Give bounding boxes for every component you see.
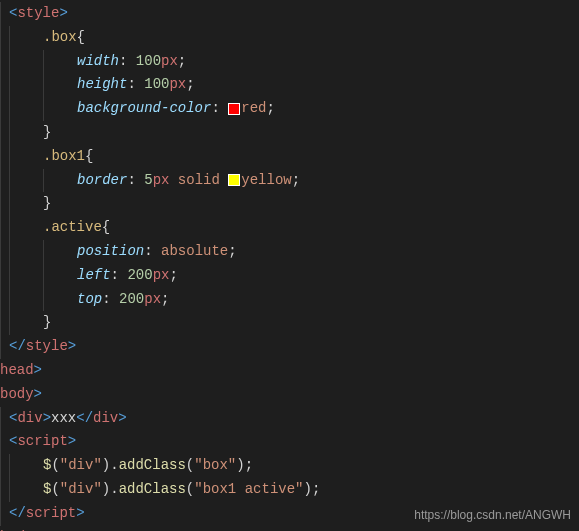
css-property: width bbox=[77, 50, 119, 74]
semicolon: ; bbox=[186, 73, 194, 97]
paren: ( bbox=[51, 454, 59, 478]
code-line[interactable]: .box1{ bbox=[0, 145, 579, 169]
angle-bracket: </ bbox=[9, 502, 26, 526]
angle-bracket: > bbox=[76, 502, 84, 526]
css-unit: px bbox=[153, 264, 170, 288]
semicolon: ; bbox=[312, 478, 320, 502]
string: "box1 active" bbox=[194, 478, 303, 502]
css-property: background-color bbox=[77, 97, 211, 121]
watermark-text: https://blog.csdn.net/ANGWH bbox=[414, 505, 571, 525]
code-line[interactable]: height: 100px; bbox=[0, 73, 579, 97]
css-property: position bbox=[77, 240, 144, 264]
tag-script: script bbox=[26, 502, 76, 526]
code-line[interactable]: <script> bbox=[0, 430, 579, 454]
paren: ( bbox=[51, 478, 59, 502]
css-selector: .box bbox=[43, 26, 77, 50]
code-editor-pane[interactable]: <style> .box{ width: 100px; height: 100p… bbox=[0, 2, 579, 531]
css-number: 100 bbox=[144, 73, 169, 97]
colon: : bbox=[102, 288, 110, 312]
css-unit: px bbox=[153, 169, 170, 193]
colon: : bbox=[211, 97, 219, 121]
code-line[interactable]: position: absolute; bbox=[0, 240, 579, 264]
semicolon: ; bbox=[292, 169, 300, 193]
code-line[interactable]: <div>xxx</div> bbox=[0, 407, 579, 431]
css-number: 200 bbox=[127, 264, 152, 288]
code-line[interactable]: } bbox=[0, 192, 579, 216]
code-line[interactable]: } bbox=[0, 121, 579, 145]
brace: { bbox=[102, 216, 110, 240]
code-line[interactable]: left: 200px; bbox=[0, 264, 579, 288]
paren: ) bbox=[102, 454, 110, 478]
code-line[interactable]: $("div").addClass("box1 active"); bbox=[0, 478, 579, 502]
semicolon: ; bbox=[266, 97, 274, 121]
code-line[interactable]: } bbox=[0, 311, 579, 335]
angle-bracket: > bbox=[59, 2, 67, 26]
code-line[interactable]: width: 100px; bbox=[0, 50, 579, 74]
dot: . bbox=[110, 478, 118, 502]
colon: : bbox=[127, 73, 135, 97]
tag-style: style bbox=[17, 2, 59, 26]
angle-bracket: > bbox=[43, 407, 51, 431]
colon: : bbox=[119, 50, 127, 74]
angle-bracket: > bbox=[118, 407, 126, 431]
angle-bracket: > bbox=[68, 335, 76, 359]
css-unit: px bbox=[169, 73, 186, 97]
tag-body: body bbox=[0, 526, 34, 531]
colon: : bbox=[144, 240, 152, 264]
paren: ) bbox=[303, 478, 311, 502]
code-line[interactable]: head> bbox=[0, 359, 579, 383]
color-swatch-icon bbox=[228, 103, 240, 115]
dot: . bbox=[110, 454, 118, 478]
semicolon: ; bbox=[228, 240, 236, 264]
tag-div: div bbox=[93, 407, 118, 431]
css-unit: px bbox=[144, 288, 161, 312]
css-value: solid bbox=[178, 169, 220, 193]
css-value: red bbox=[241, 97, 266, 121]
brace: { bbox=[77, 26, 85, 50]
tag-script: script bbox=[17, 430, 67, 454]
css-number: 5 bbox=[144, 169, 152, 193]
angle-bracket: > bbox=[34, 383, 42, 407]
tag-body: body bbox=[0, 383, 34, 407]
semicolon: ; bbox=[161, 288, 169, 312]
code-line[interactable]: .box{ bbox=[0, 26, 579, 50]
code-line[interactable]: body> bbox=[0, 526, 579, 531]
code-line[interactable]: <style> bbox=[0, 2, 579, 26]
tag-style: style bbox=[26, 335, 68, 359]
code-line[interactable]: $("div").addClass("box"); bbox=[0, 454, 579, 478]
angle-bracket: > bbox=[34, 359, 42, 383]
code-line[interactable]: </style> bbox=[0, 335, 579, 359]
angle-bracket: > bbox=[68, 430, 76, 454]
colon: : bbox=[111, 264, 119, 288]
div-text: xxx bbox=[51, 407, 76, 431]
paren: ) bbox=[236, 454, 244, 478]
paren: ( bbox=[186, 454, 194, 478]
string: "div" bbox=[60, 454, 102, 478]
css-property: left bbox=[77, 264, 111, 288]
code-line[interactable]: body> bbox=[0, 383, 579, 407]
css-number: 100 bbox=[136, 50, 161, 74]
color-swatch-icon bbox=[228, 174, 240, 186]
angle-bracket: < bbox=[9, 430, 17, 454]
css-number: 200 bbox=[119, 288, 144, 312]
css-property: border bbox=[77, 169, 127, 193]
code-line[interactable]: top: 200px; bbox=[0, 288, 579, 312]
brace: } bbox=[43, 311, 51, 335]
jquery-dollar: $ bbox=[43, 478, 51, 502]
method-addclass: addClass bbox=[119, 478, 186, 502]
code-line[interactable]: .active{ bbox=[0, 216, 579, 240]
css-selector: .active bbox=[43, 216, 102, 240]
tag-head: head bbox=[0, 359, 34, 383]
semicolon: ; bbox=[245, 454, 253, 478]
css-value: yellow bbox=[241, 169, 291, 193]
code-line[interactable]: border: 5px solid yellow; bbox=[0, 169, 579, 193]
angle-bracket: < bbox=[9, 407, 17, 431]
css-property: height bbox=[77, 73, 127, 97]
colon: : bbox=[127, 169, 135, 193]
jquery-dollar: $ bbox=[43, 454, 51, 478]
brace: { bbox=[85, 145, 93, 169]
semicolon: ; bbox=[169, 264, 177, 288]
code-line[interactable]: background-color: red; bbox=[0, 97, 579, 121]
angle-bracket: </ bbox=[9, 335, 26, 359]
string: "box" bbox=[194, 454, 236, 478]
